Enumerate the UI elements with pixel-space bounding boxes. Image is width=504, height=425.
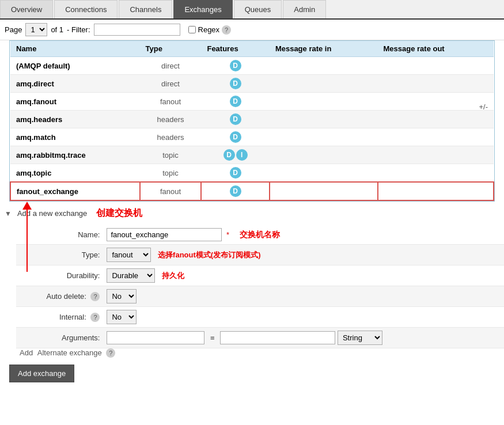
type-select[interactable]: direct fanout headers topic [107,248,151,262]
exchange-features-cell: D [201,182,269,200]
exchange-type-cell: fanout [140,93,202,111]
feature-badge-i: I [236,149,248,161]
add-exchange-button[interactable]: Add exchange [9,365,74,382]
name-required: * [226,230,229,239]
exchange-rate-out-cell [378,164,494,183]
filter-label: - Filter: [67,25,90,34]
exchange-rate-in-cell [270,111,378,128]
red-arrow-head [22,202,32,210]
form-row-internal: Internal: ? No Yes [16,307,504,328]
exchange-rate-in-cell [270,93,378,111]
tab-channels[interactable]: Channels [119,0,172,18]
exchange-name-cell: amq.rabbitmq.trace [10,146,140,164]
feature-badge-d: D [230,113,241,125]
of-label: of 1 [51,25,63,34]
feature-badge-d: D [230,167,241,179]
regex-help-icon[interactable]: ? [222,25,231,35]
exchange-name-cell: amq.topic [10,164,140,183]
exchange-rate-in-cell [270,75,378,93]
exchange-rate-out-cell [378,111,494,128]
exchange-features-cell: D [201,75,269,93]
exchange-name-cell: fanout_exchange [10,182,140,200]
tab-overview[interactable]: Overview [0,0,53,18]
add-exchange-section: ▼ Add a new exchange 创建交换机 Name: * 交换机名称… [5,207,499,382]
page-label: Page [5,25,22,34]
form-row-durability: Durability: Durable Transient 持久化 [16,265,504,286]
exchange-name-cell: (AMQP default) [10,57,140,75]
exchange-rate-out-cell [378,75,494,93]
arguments-value-input[interactable] [220,331,335,344]
feature-badge-d: D [230,96,241,107]
exchange-type-cell: direct [140,75,202,93]
exchange-rate-in-cell [270,57,378,75]
regex-checkbox[interactable] [188,26,196,33]
exchange-rate-out-cell [378,93,494,111]
feature-badge-d: D [230,185,241,197]
arguments-label: Arguments: [16,328,103,348]
auto-delete-select[interactable]: No Yes [107,289,137,303]
col-type: Type [140,41,202,57]
exchange-rate-in-cell [270,182,378,200]
exchange-rate-out-cell [378,146,494,164]
arguments-type-select[interactable]: String Number Boolean [338,331,382,345]
table-row[interactable]: amq.directdirectD [10,75,494,93]
alternate-exchange-label: Alternate exchange [37,348,102,357]
arguments-key-input[interactable] [107,331,204,344]
tab-queues[interactable]: Queues [234,0,282,18]
plus-minus-toggle[interactable]: +/- [479,103,488,111]
page-select[interactable]: 1 [25,23,47,36]
exchange-name-cell: amq.match [10,128,140,146]
regex-label: Regex [198,25,220,34]
tab-exchanges[interactable]: Exchanges [173,0,232,18]
table-row[interactable]: amq.fanoutfanoutD [10,93,494,111]
exchange-type-cell: headers [140,128,202,146]
name-annotation: 交换机名称 [240,230,280,239]
name-input[interactable] [107,228,222,241]
alternate-exchange-help-icon[interactable]: ? [106,348,115,358]
add-exchange-form: Name: * 交换机名称 Type: direct fanout header… [16,225,504,348]
exchange-features-cell: D [201,93,269,111]
form-row-name: Name: * 交换机名称 [16,225,504,245]
durability-select[interactable]: Durable Transient [107,268,155,283]
table-row[interactable]: fanout_exchangefanoutD [10,182,494,200]
filter-input[interactable] [94,24,180,36]
form-row-auto-delete: Auto delete: ? No Yes [16,286,504,307]
table-row[interactable]: (AMQP default)directD [10,57,494,75]
tab-bar: Overview Connections Channels Exchanges … [0,0,504,20]
table-row[interactable]: amq.topictopicD [10,164,494,183]
add-annotation-title: 创建交换机 [96,207,142,219]
add-link[interactable]: Add [20,348,33,357]
exchange-type-cell: topic [140,146,202,164]
exchange-type-cell: direct [140,57,202,75]
exchange-name-cell: amq.fanout [10,93,140,111]
tab-connections[interactable]: Connections [54,0,118,18]
form-row-arguments: Arguments: = String Number Boolean [16,328,504,348]
exchange-rate-in-cell [270,146,378,164]
name-label: Name: [16,225,103,245]
table-row[interactable]: amq.rabbitmq.tracetopicDI [10,146,494,164]
table-row[interactable]: amq.headersheadersD [10,111,494,128]
exchange-type-cell: fanout [140,182,202,200]
table-row[interactable]: amq.matchheadersD [10,128,494,146]
add-section-toggle[interactable]: ▼ Add a new exchange 创建交换机 [5,207,499,219]
auto-delete-help-icon[interactable]: ? [90,292,100,301]
form-row-type: Type: direct fanout headers topic 选择fano… [16,245,504,265]
exchange-type-cell: headers [140,111,202,128]
feature-badge-d: D [230,60,241,71]
exchange-rate-in-cell [270,128,378,146]
internal-select[interactable]: No Yes [107,310,137,324]
col-features: Features [201,41,269,57]
exchange-features-cell: D [201,164,269,183]
exchange-name-cell: amq.direct [10,75,140,93]
tab-admin[interactable]: Admin [283,0,326,18]
table-header-row: Name Type Features Message rate in Messa… [10,41,494,57]
auto-delete-label: Auto delete: [46,292,86,301]
internal-help-icon[interactable]: ? [90,313,100,322]
exchange-name-cell: amq.headers [10,111,140,128]
durability-annotation: 持久化 [162,271,184,280]
col-rate-in: Message rate in [270,41,378,57]
red-arrow-line [26,208,28,272]
section-arrow-icon: ▼ [5,210,12,218]
add-links-row: Add Alternate exchange ? [20,348,499,358]
exchange-features-cell: D [201,111,269,128]
